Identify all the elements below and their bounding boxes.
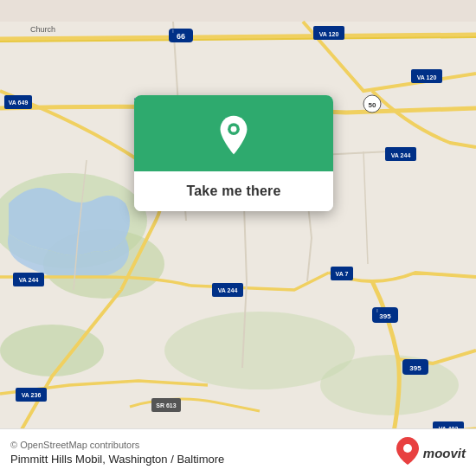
svg-text:VA 244: VA 244	[19, 277, 39, 283]
svg-text:VA 649: VA 649	[9, 100, 29, 106]
map-background: 66 I 50 50 VA 7 VA 7 VA 120 VA 120 VA 24…	[0, 0, 476, 476]
moovit-text: moovit	[423, 446, 466, 460]
svg-text:VA 244: VA 244	[218, 287, 238, 293]
svg-text:VA 7: VA 7	[336, 271, 349, 277]
take-me-there-button[interactable]: Take me there	[134, 171, 333, 211]
svg-text:I: I	[376, 308, 377, 313]
location-popup: Take me there	[134, 95, 333, 211]
svg-text:VA 244: VA 244	[391, 152, 411, 158]
svg-text:Church: Church	[30, 25, 55, 34]
svg-point-42	[231, 126, 237, 132]
attribution-text: © OpenStreetMap contributors	[10, 440, 224, 450]
location-pin-icon	[213, 114, 254, 156]
svg-point-43	[403, 444, 412, 453]
svg-text:VA 120: VA 120	[319, 31, 339, 37]
bottom-bar: © OpenStreetMap contributors Pimmitt Hil…	[0, 428, 476, 476]
moovit-pin-icon	[396, 436, 420, 469]
svg-text:VA 120: VA 120	[417, 74, 437, 80]
svg-text:66: 66	[177, 32, 185, 41]
svg-text:VA 236: VA 236	[22, 392, 42, 398]
map-container: 66 I 50 50 VA 7 VA 7 VA 120 VA 120 VA 24…	[0, 0, 476, 476]
svg-text:50: 50	[369, 101, 376, 109]
svg-text:395: 395	[409, 364, 421, 372]
location-label: Pimmitt Hills Mobil, Washington / Baltim…	[10, 453, 224, 466]
svg-text:395: 395	[379, 312, 391, 320]
svg-text:I: I	[172, 29, 173, 34]
svg-point-4	[320, 355, 459, 415]
moovit-logo: moovit	[396, 436, 466, 469]
popup-header	[134, 95, 333, 171]
svg-text:SR 613: SR 613	[156, 402, 176, 408]
